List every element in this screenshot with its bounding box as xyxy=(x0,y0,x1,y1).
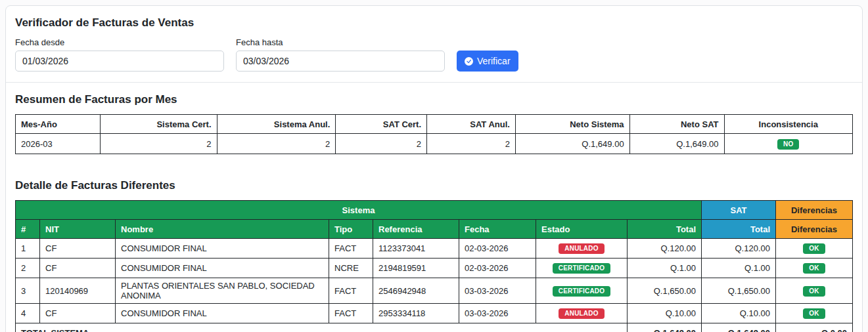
spacer xyxy=(15,154,853,174)
detalle-title: Detalle de Facturas Diferentes xyxy=(15,179,853,192)
cell-referencia: 1123373041 xyxy=(373,239,459,259)
cell-nit: CF xyxy=(40,239,116,259)
col-total-sat: Total xyxy=(702,220,776,239)
cell-fecha: 02-03-2026 xyxy=(459,259,536,278)
cell-tipo: FACT xyxy=(329,304,373,323)
estado-badge: ANULADO xyxy=(559,308,604,319)
estado-badge: CERTIFICADO xyxy=(553,286,611,297)
cell-total-sistema: Q.1.00 xyxy=(628,259,702,278)
cell-nombre: CONSUMIDOR FINAL xyxy=(116,304,329,323)
detalle-column-header-row: # NIT Nombre Tipo Referencia Fecha Estad… xyxy=(16,220,853,239)
cell-diferencia: OK xyxy=(776,259,853,278)
detalle-group-header-row: Sistema SAT Diferencias xyxy=(16,201,853,220)
total-row: TOTAL SISTEMA Q.1,649.00 Q.1,649.00 Q.0.… xyxy=(16,323,853,332)
col-sistema-cert: Sistema Cert. xyxy=(101,115,217,134)
cell-total-sat: Q.10.00 xyxy=(702,304,776,323)
col-sistema-anul: Sistema Anul. xyxy=(217,115,336,134)
col-neto-sistema: Neto Sistema xyxy=(515,115,629,134)
cell-fecha: 03-03-2026 xyxy=(459,304,536,323)
resumen-neto-sat: Q.1,649.00 xyxy=(629,134,724,154)
cell-referencia: 2953334118 xyxy=(373,304,459,323)
cell-total-sistema: Q.10.00 xyxy=(628,304,702,323)
fecha-hasta-input[interactable] xyxy=(236,51,445,72)
col-num: # xyxy=(16,220,40,239)
main-card: Verificador de Facturas de Ventas Fecha … xyxy=(5,5,863,332)
resumen-sistema-cert: 2 xyxy=(101,134,217,154)
cell-num: 4 xyxy=(16,304,40,323)
table-row: 3 120140969 PLANTAS ORIENTALES SAN PABLO… xyxy=(16,278,853,304)
fecha-hasta-field: Fecha hasta xyxy=(236,37,445,72)
col-referencia: Referencia xyxy=(373,220,459,239)
col-inconsistencia: Inconsistencia xyxy=(724,115,852,134)
cell-fecha: 03-03-2026 xyxy=(459,278,536,304)
cell-total-sat: Q.1,650.00 xyxy=(702,278,776,304)
verificar-button[interactable]: Verificar xyxy=(457,51,518,72)
cell-total-sat: Q.1.00 xyxy=(702,259,776,278)
col-sat-cert: SAT Cert. xyxy=(336,115,427,134)
cell-diferencia: OK xyxy=(776,304,853,323)
resumen-table: Mes-Año Sistema Cert. Sistema Anul. SAT … xyxy=(15,114,853,154)
page-title: Verificador de Facturas de Ventas xyxy=(15,16,853,30)
verificar-button-label: Verificar xyxy=(477,56,511,66)
col-estado: Estado xyxy=(536,220,628,239)
resumen-neto-sistema: Q.1,649.00 xyxy=(515,134,629,154)
group-header-sistema: Sistema xyxy=(16,201,702,220)
cell-diferencia: OK xyxy=(776,239,853,259)
cell-nombre: PLANTAS ORIENTALES SAN PABLO, SOCIEDAD A… xyxy=(116,278,329,304)
cell-estado: CERTIFICADO xyxy=(536,278,628,304)
cell-diferencia: OK xyxy=(776,278,853,304)
cell-total-sistema: Q.120.00 xyxy=(628,239,702,259)
resumen-sistema-anul: 2 xyxy=(217,134,336,154)
check-circle-icon xyxy=(465,57,473,66)
total-sistema-label: TOTAL SISTEMA xyxy=(16,323,628,332)
ok-badge: OK xyxy=(803,308,825,319)
verifier-form: Fecha desde Fecha hasta Verificar xyxy=(15,37,853,72)
resumen-data-row: 2026-03 2 2 2 2 Q.1,649.00 Q.1,649.00 NO xyxy=(16,134,853,154)
cell-referencia: 2194819591 xyxy=(373,259,459,278)
group-header-sat: SAT xyxy=(702,201,776,220)
fecha-desde-input[interactable] xyxy=(15,51,224,72)
fecha-desde-label: Fecha desde xyxy=(15,37,224,47)
detalle-table: Sistema SAT Diferencias # NIT Nombre Tip… xyxy=(15,200,853,332)
cell-total-sat: Q.120.00 xyxy=(702,239,776,259)
cell-tipo: FACT xyxy=(329,278,373,304)
cell-fecha: 02-03-2026 xyxy=(459,239,536,259)
cell-nit: 120140969 xyxy=(40,278,116,304)
estado-badge: ANULADO xyxy=(559,243,604,254)
cell-total-sistema: Q.1,650.00 xyxy=(628,278,702,304)
table-row: 4 CF CONSUMIDOR FINAL FACT 2953334118 03… xyxy=(16,304,853,323)
cell-num: 1 xyxy=(16,239,40,259)
total-sat-value: Q.1,649.00 xyxy=(702,323,776,332)
cell-num: 3 xyxy=(16,278,40,304)
resumen-mes: 2026-03 xyxy=(16,134,101,154)
estado-badge: CERTIFICADO xyxy=(553,263,611,274)
cell-tipo: NCRE xyxy=(329,259,373,278)
col-nombre: Nombre xyxy=(116,220,329,239)
col-sat-anul: SAT Anul. xyxy=(427,115,516,134)
cell-referencia: 2546942948 xyxy=(373,278,459,304)
group-header-diferencias: Diferencias xyxy=(776,201,853,220)
col-tipo: Tipo xyxy=(329,220,373,239)
col-nit: NIT xyxy=(40,220,116,239)
table-row: 2 CF CONSUMIDOR FINAL NCRE 2194819591 02… xyxy=(16,259,853,278)
resumen-sat-cert: 2 xyxy=(336,134,427,154)
ok-badge: OK xyxy=(803,243,825,254)
resumen-sat-anul: 2 xyxy=(427,134,516,154)
total-diferencia-value: Q.0.00 xyxy=(776,323,853,332)
ok-badge: OK xyxy=(803,286,825,297)
col-mes-ano: Mes-Año xyxy=(16,115,101,134)
inconsistencia-badge: NO xyxy=(777,139,799,150)
resumen-inconsistencia-cell: NO xyxy=(724,134,852,154)
cell-estado: CERTIFICADO xyxy=(536,259,628,278)
cell-num: 2 xyxy=(16,259,40,278)
cell-nit: CF xyxy=(40,259,116,278)
fecha-hasta-label: Fecha hasta xyxy=(236,37,445,47)
ok-badge: OK xyxy=(803,263,825,274)
resumen-title: Resumen de Facturas por Mes xyxy=(15,93,853,106)
cell-tipo: FACT xyxy=(329,239,373,259)
col-neto-sat: Neto SAT xyxy=(629,115,724,134)
col-fecha: Fecha xyxy=(459,220,536,239)
col-diferencias: Diferencias xyxy=(776,220,853,239)
total-sistema-value: Q.1,649.00 xyxy=(628,323,702,332)
divider xyxy=(6,82,862,83)
